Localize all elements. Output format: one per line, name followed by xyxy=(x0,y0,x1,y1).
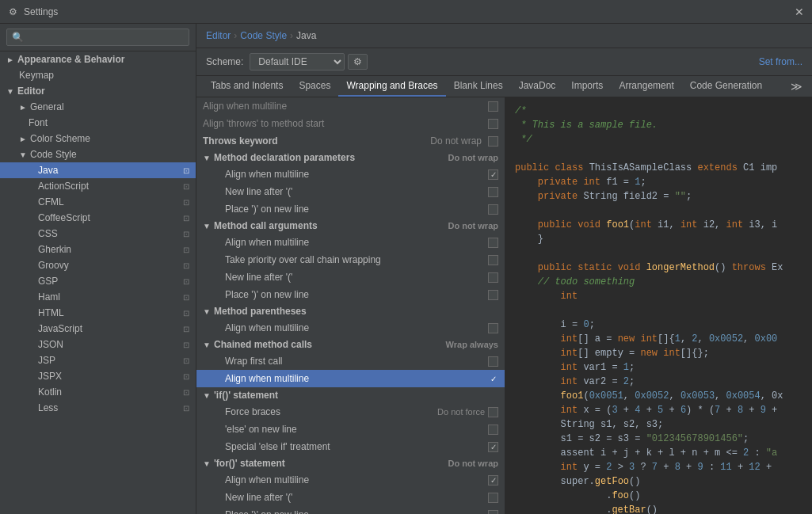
if-else-new-line-check[interactable] xyxy=(488,425,498,435)
tab-code-generation[interactable]: Code Generation xyxy=(682,76,770,97)
tab-spaces[interactable]: Spaces xyxy=(291,76,338,97)
mca-align-multiline-check[interactable] xyxy=(488,238,498,248)
scheme-settings-button[interactable]: ⚙ xyxy=(348,54,368,70)
chained-method-arrow xyxy=(203,341,212,349)
mp-align-multiline-check[interactable] xyxy=(488,323,498,333)
sidebar-item-actionscript[interactable]: ActionScript ⊡ xyxy=(0,178,196,194)
sidebar-icon-less: ⊡ xyxy=(183,404,189,413)
mca-take-priority-check[interactable] xyxy=(488,255,498,265)
breadcrumb-sep-2: › xyxy=(290,30,293,41)
close-button[interactable]: ✕ xyxy=(793,6,806,18)
tab-tabs-indents[interactable]: Tabs and Indents xyxy=(203,76,291,97)
mdp-align-multiline-check[interactable] xyxy=(488,169,498,180)
scheme-select[interactable]: Default IDE xyxy=(250,53,345,70)
if-else-new-line-row: 'else' on new line xyxy=(196,421,505,438)
sidebar-icon-html: ⊡ xyxy=(183,309,189,318)
code-line-10: } xyxy=(515,234,543,245)
sidebar-item-editor[interactable]: Editor xyxy=(0,83,196,99)
tab-imports[interactable]: Imports xyxy=(563,76,611,97)
search-input[interactable] xyxy=(6,29,189,46)
sidebar-item-gherkin[interactable]: Gherkin ⊡ xyxy=(0,242,196,257)
sidebar-item-jsp[interactable]: JSP ⊡ xyxy=(0,352,196,368)
cmc-align-multiline-row[interactable]: Align when multiline xyxy=(196,370,505,387)
sidebar-item-code-style[interactable]: Code Style xyxy=(0,147,196,162)
mp-align-multiline-row: Align when multiline xyxy=(196,319,505,337)
sidebar-label-javascript: JavaScript xyxy=(38,323,82,334)
method-call-arguments-header[interactable]: Method call arguments Do not wrap xyxy=(196,218,505,234)
sidebar-item-haml[interactable]: Haml ⊡ xyxy=(0,289,196,305)
if-special-else-check[interactable] xyxy=(488,442,498,452)
tab-wrapping-braces[interactable]: Wrapping and Braces xyxy=(338,76,445,97)
tab-blank-lines[interactable]: Blank Lines xyxy=(446,76,511,97)
sidebar-item-java[interactable]: Java ⊡ xyxy=(0,162,196,178)
sidebar-item-html[interactable]: HTML ⊡ xyxy=(0,305,196,321)
if-statement-header[interactable]: 'if()' statement xyxy=(196,387,505,403)
tabs-bar: Tabs and Indents Spaces Wrapping and Bra… xyxy=(196,76,812,97)
if-force-braces-check[interactable] xyxy=(488,407,498,417)
sidebar-label-html: HTML xyxy=(38,307,64,318)
tabs-more-button[interactable]: ≫ xyxy=(787,76,806,97)
cmc-align-multiline-check[interactable] xyxy=(488,374,498,384)
for-place-rparen-check[interactable] xyxy=(488,510,498,515)
cmc-wrap-first-check[interactable] xyxy=(488,356,498,367)
sidebar-item-cfml[interactable]: CFML ⊡ xyxy=(0,194,196,210)
if-statement-arrow xyxy=(203,391,212,400)
sidebar-item-kotlin[interactable]: Kotlin ⊡ xyxy=(0,384,196,400)
sidebar-label-color-scheme: Color Scheme xyxy=(30,133,90,144)
mdp-new-line-lparen-check[interactable] xyxy=(488,187,498,197)
breadcrumb-code-style[interactable]: Code Style xyxy=(240,30,287,41)
throws-wrap-check[interactable] xyxy=(488,136,498,147)
sidebar-item-color-scheme[interactable]: Color Scheme xyxy=(0,131,196,147)
sidebar-item-css[interactable]: CSS ⊡ xyxy=(0,226,196,242)
sidebar-label-java: Java xyxy=(38,165,58,176)
for-statement-label: 'for()' statement xyxy=(214,458,285,469)
mca-place-rparen-check[interactable] xyxy=(488,290,498,300)
color-scheme-arrow xyxy=(19,135,29,143)
for-new-line-lparen-row: New line after '(' xyxy=(196,489,505,506)
sidebar-label-general: General xyxy=(30,101,64,112)
sidebar-item-font[interactable]: Font xyxy=(0,115,196,131)
breadcrumb-editor[interactable]: Editor xyxy=(206,30,231,41)
sidebar-item-jspx[interactable]: JSPX ⊡ xyxy=(0,368,196,384)
for-statement-header[interactable]: 'for()' statement Do not wrap xyxy=(196,455,505,471)
align-throws-method-check[interactable] xyxy=(488,119,498,129)
sidebar-icon-groovy: ⊡ xyxy=(183,261,189,270)
chained-wrap-value: Wrap always xyxy=(446,340,498,349)
if-force-braces-value: Do not force xyxy=(437,407,485,417)
sidebar-label-font: Font xyxy=(29,117,48,128)
sidebar-icon-haml: ⊡ xyxy=(183,293,189,302)
sidebar-icon-javascript: ⊡ xyxy=(183,325,189,333)
sidebar-item-javascript[interactable]: JavaScript ⊡ xyxy=(0,321,196,337)
sidebar-item-groovy[interactable]: Groovy ⊡ xyxy=(0,257,196,273)
tab-arrangement[interactable]: Arrangement xyxy=(611,76,681,97)
sidebar-label-less: Less xyxy=(38,402,58,413)
sidebar-label-gherkin: Gherkin xyxy=(38,244,71,255)
sidebar-item-general[interactable]: General xyxy=(0,99,196,115)
sidebar-item-json[interactable]: JSON ⊡ xyxy=(0,337,196,352)
method-declaration-header[interactable]: Method declaration parameters Do not wra… xyxy=(196,150,505,166)
align-multiline-throws-check[interactable] xyxy=(488,101,498,112)
mca-new-line-lparen-check[interactable] xyxy=(488,272,498,283)
set-from-link[interactable]: Set from... xyxy=(759,56,802,67)
mdp-place-rparen-row: Place ')' on new line xyxy=(196,200,505,218)
code-line-22: int x = (3 + 4 + 5 + 6) * (7 + 8 + 9 + xyxy=(515,405,777,416)
code-preview: /* * This is a sample file. */ public cl… xyxy=(505,97,812,514)
sidebar-item-coffeescript[interactable]: CoffeeScript ⊡ xyxy=(0,210,196,226)
code-line-1: /* xyxy=(515,105,526,116)
mdp-place-rparen-check[interactable] xyxy=(488,204,498,215)
tab-javadoc[interactable]: JavaDoc xyxy=(511,76,564,97)
for-new-line-lparen-check[interactable] xyxy=(488,493,498,503)
sidebar-icon-gherkin: ⊡ xyxy=(183,246,189,254)
sidebar-label-appearance: Appearance & Behavior xyxy=(17,54,124,65)
sidebar-label-jspx: JSPX xyxy=(38,371,62,382)
sidebar-item-keymap[interactable]: Keymap xyxy=(0,67,196,83)
for-align-multiline-check[interactable] xyxy=(488,475,498,485)
sidebar-label-actionscript: ActionScript xyxy=(38,181,89,192)
code-line-16: i = 0; xyxy=(515,319,595,330)
sidebar-item-gsp[interactable]: GSP ⊡ xyxy=(0,273,196,289)
sidebar-item-appearance-behavior[interactable]: Appearance & Behavior xyxy=(0,51,196,67)
sidebar-item-less[interactable]: Less ⊡ xyxy=(0,400,196,416)
method-parentheses-header[interactable]: Method parentheses xyxy=(196,303,505,319)
sidebar-label-coffeescript: CoffeeScript xyxy=(38,212,90,223)
chained-method-calls-header[interactable]: Chained method calls Wrap always xyxy=(196,337,505,352)
